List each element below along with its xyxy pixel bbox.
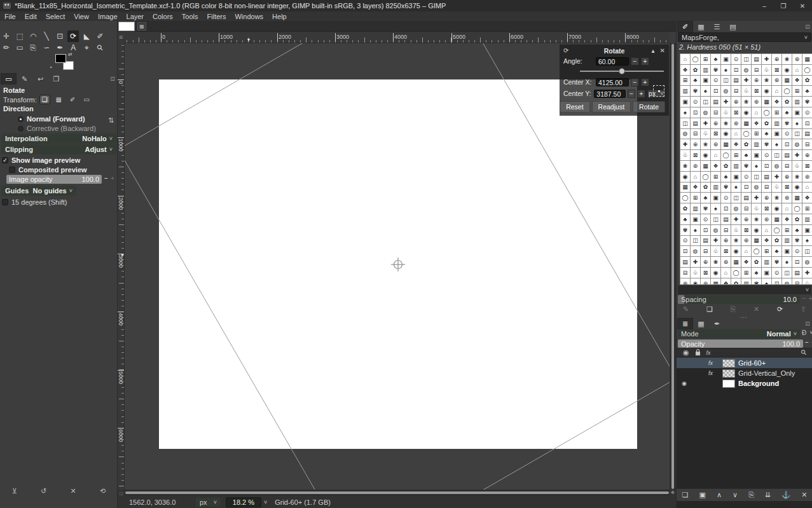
fx-icon[interactable]: fx bbox=[708, 370, 722, 376]
tab-patterns[interactable]: ▦ bbox=[693, 21, 709, 32]
brush-thumbnail[interactable]: ♧ bbox=[792, 161, 802, 171]
vertical-scrollbar[interactable] bbox=[670, 43, 676, 490]
brush-thumbnail[interactable]: ♠ bbox=[721, 65, 731, 75]
brush-thumbnail[interactable]: ❖ bbox=[772, 97, 781, 107]
pencil-tool[interactable]: ✏ bbox=[1, 42, 12, 53]
readjust-button[interactable]: Readjust bbox=[592, 101, 631, 113]
brush-thumbnail[interactable]: ⊙ bbox=[731, 54, 741, 64]
layer-mode-select[interactable]: Mode Normal ˅ bbox=[678, 329, 800, 338]
angle-increase-button[interactable]: + bbox=[641, 57, 649, 65]
brush-thumbnail[interactable]: ✚ bbox=[772, 172, 781, 182]
close-dialog-icon[interactable]: ✕ bbox=[660, 47, 665, 54]
brush-thumbnail[interactable]: ▤ bbox=[680, 257, 690, 267]
brush-thumbnail[interactable]: ♧ bbox=[711, 246, 720, 256]
transform-path-button[interactable]: ▭ bbox=[82, 95, 92, 104]
brush-thumbnail[interactable]: ♠ bbox=[752, 161, 761, 171]
brush-thumbnail[interactable]: ❀ bbox=[762, 76, 771, 86]
brush-thumbnail[interactable]: ✚ bbox=[762, 54, 771, 64]
foreground-color-swatch[interactable] bbox=[55, 54, 66, 63]
brush-thumbnail[interactable]: ❖ bbox=[752, 118, 761, 128]
brush-thumbnail[interactable]: ▤ bbox=[752, 54, 761, 64]
brush-thumbnail[interactable]: ✚ bbox=[741, 76, 751, 86]
brush-thumbnail[interactable]: ◉ bbox=[782, 65, 792, 75]
close-button[interactable]: ✕ bbox=[793, 0, 812, 11]
brush-thumbnail[interactable]: ⊟ bbox=[802, 139, 812, 149]
zoom-level-input[interactable]: 18.2 % bbox=[226, 497, 261, 507]
brush-thumbnail[interactable]: ⊙ bbox=[772, 268, 781, 278]
brush-thumbnail[interactable]: ⊕ bbox=[701, 257, 710, 267]
brush-thumbnail[interactable]: ⊟ bbox=[741, 203, 751, 214]
center-x-increase-button[interactable]: + bbox=[641, 78, 649, 86]
pivot-position-widget[interactable] bbox=[653, 85, 664, 97]
brush-thumbnail[interactable]: ✿ bbox=[691, 65, 700, 75]
brush-thumbnail[interactable]: ✿ bbox=[792, 214, 802, 224]
reset-tool-options-icon[interactable]: ⟲ bbox=[100, 487, 106, 495]
brush-thumbnail[interactable]: ◯ bbox=[701, 172, 710, 182]
tab-brushes[interactable]: ✐ bbox=[677, 21, 693, 32]
new-brush-icon[interactable]: ❏ bbox=[706, 305, 713, 313]
brush-thumbnail[interactable]: ⊞ bbox=[762, 246, 771, 256]
brush-thumbnail[interactable]: ▣ bbox=[802, 225, 812, 235]
checkbox-icon[interactable]: ✓ bbox=[2, 157, 8, 163]
brush-thumbnail[interactable]: ◉ bbox=[752, 225, 761, 235]
brush-thumbnail[interactable]: ♧ bbox=[701, 129, 710, 139]
brush-thumbnail[interactable]: ⊛ bbox=[721, 257, 731, 267]
brush-thumbnail[interactable]: ⊡ bbox=[691, 107, 700, 118]
swap-colors-icon[interactable]: ⇄ bbox=[68, 51, 72, 57]
brush-thumbnail[interactable]: ⊟ bbox=[792, 278, 802, 285]
zoom-tool[interactable]: ⚲ bbox=[94, 42, 106, 53]
clone-tool[interactable]: ⎘ bbox=[27, 42, 39, 53]
center-y-input[interactable]: 3187.50 bbox=[594, 90, 626, 98]
brush-thumbnail[interactable]: ❖ bbox=[762, 236, 771, 246]
brush-thumbnail[interactable]: ⊛ bbox=[772, 76, 781, 86]
visibility-eye-icon[interactable]: ◉ bbox=[683, 348, 689, 357]
brush-thumbnail[interactable]: ✾ bbox=[772, 257, 781, 267]
layer-row-background[interactable]: ◉ Background bbox=[677, 378, 812, 388]
crop-tool[interactable]: ⊡ bbox=[54, 31, 65, 42]
brush-thumbnail[interactable]: ⊟ bbox=[691, 129, 700, 139]
menu-filters[interactable]: Filters bbox=[203, 13, 231, 20]
brush-thumbnail[interactable]: ▥ bbox=[741, 278, 751, 285]
brush-thumbnail[interactable]: ⊙ bbox=[680, 236, 690, 246]
brush-thumbnail[interactable]: ✾ bbox=[792, 236, 802, 246]
center-y-decrease-button[interactable]: − bbox=[628, 90, 635, 98]
brush-thumbnail[interactable]: ◉ bbox=[762, 86, 771, 96]
slider-thumb[interactable] bbox=[619, 68, 625, 74]
brush-thumbnail[interactable]: ▥ bbox=[731, 161, 741, 171]
brush-thumbnail[interactable]: ⊠ bbox=[782, 182, 792, 193]
rotate-button[interactable]: Rotate bbox=[633, 101, 665, 113]
brush-thumbnail[interactable]: ◫ bbox=[782, 268, 792, 278]
brush-thumbnail[interactable]: ✿ bbox=[680, 203, 690, 214]
direction-normal-option[interactable]: Normal (Forward) bbox=[18, 115, 85, 123]
brush-grid-scroll[interactable]: ˅ bbox=[678, 285, 811, 294]
brush-thumbnail[interactable]: ❀ bbox=[721, 118, 731, 128]
brush-thumbnail[interactable]: ◫ bbox=[802, 246, 812, 256]
ink-tool[interactable]: ✒ bbox=[54, 42, 65, 53]
brush-thumbnail[interactable]: ❀ bbox=[741, 97, 751, 107]
brush-thumbnail[interactable]: ⊟ bbox=[782, 161, 792, 171]
minimize-button[interactable]: – bbox=[755, 0, 774, 11]
brush-thumbnail[interactable]: ♣ bbox=[782, 107, 792, 118]
brush-thumbnail[interactable]: ♣ bbox=[792, 225, 802, 235]
brush-thumbnail[interactable]: ♠ bbox=[772, 139, 781, 149]
brush-thumbnail[interactable]: ✿ bbox=[802, 76, 812, 86]
brush-thumbnail[interactable]: ⊙ bbox=[701, 214, 710, 224]
brush-thumbnail[interactable]: ▣ bbox=[711, 193, 720, 203]
menu-select[interactable]: Select bbox=[41, 13, 70, 20]
rotation-center-handle[interactable] bbox=[391, 257, 405, 271]
brush-thumbnail[interactable]: ◍ bbox=[782, 278, 792, 285]
brush-thumbnail[interactable]: ⌂ bbox=[752, 107, 761, 118]
brush-thumbnail[interactable]: ⊡ bbox=[701, 225, 710, 235]
brush-thumbnail[interactable]: ⊛ bbox=[691, 161, 700, 171]
brush-thumbnail[interactable]: ⌂ bbox=[741, 246, 751, 256]
brush-thumbnail[interactable]: ⊕ bbox=[782, 172, 792, 182]
brush-thumbnail[interactable]: ⌂ bbox=[731, 129, 741, 139]
brush-thumbnail[interactable]: ◍ bbox=[701, 107, 710, 118]
brush-thumbnail[interactable]: ♧ bbox=[731, 225, 741, 235]
brush-thumbnail[interactable]: ✿ bbox=[701, 182, 710, 193]
brush-thumbnail[interactable]: ▥ bbox=[772, 118, 781, 128]
layer-name[interactable]: Grid-Vertical_Only bbox=[738, 369, 795, 377]
center-x-decrease-button[interactable]: − bbox=[631, 78, 639, 86]
brush-thumbnail[interactable]: ▦ bbox=[792, 193, 802, 203]
menu-file[interactable]: File bbox=[0, 13, 20, 20]
